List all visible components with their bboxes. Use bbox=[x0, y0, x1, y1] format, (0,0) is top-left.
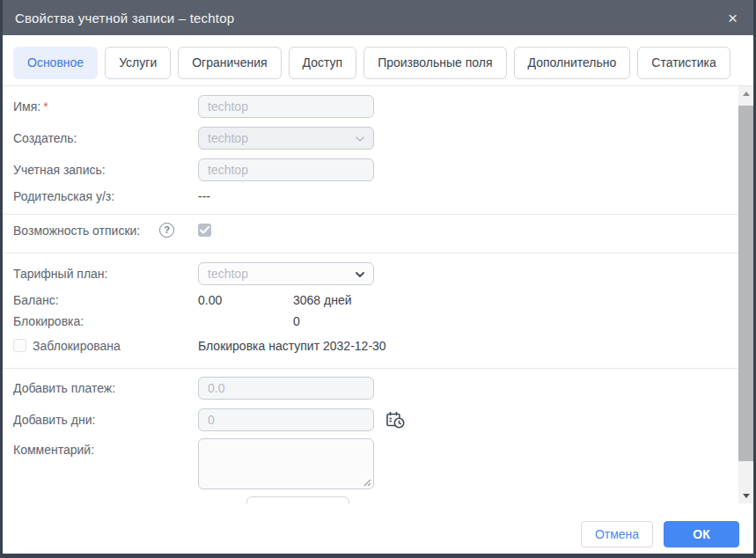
check-icon bbox=[200, 226, 209, 234]
vertical-scrollbar[interactable] bbox=[738, 86, 753, 503]
dialog-title: Свойства учетной записи – techtop bbox=[15, 11, 234, 26]
blocked-label: Заблокирована bbox=[33, 334, 121, 357]
account-input[interactable] bbox=[198, 158, 374, 181]
creator-select-value: techtop bbox=[208, 131, 248, 145]
close-icon[interactable]: × bbox=[724, 8, 741, 28]
tab-access[interactable]: Доступ bbox=[289, 47, 357, 79]
tab-custom-fields[interactable]: Произвольные поля bbox=[363, 47, 506, 79]
row-name: Имя:* bbox=[3, 95, 738, 118]
triangle-down-icon bbox=[743, 494, 750, 498]
calendar-clock-icon[interactable] bbox=[385, 410, 407, 431]
resize-handle-icon[interactable] bbox=[363, 478, 371, 487]
row-balance: Баланс: 0.00 3068 дней bbox=[3, 289, 738, 312]
ok-button[interactable]: ОК bbox=[664, 521, 739, 547]
row-account: Учетная запись: bbox=[3, 158, 738, 181]
tab-additional[interactable]: Дополнительно bbox=[514, 47, 631, 79]
parent-account-label: Родительская у/з: bbox=[13, 185, 114, 208]
tab-bar: Основное Услуги Ограничения Доступ Произ… bbox=[3, 35, 753, 86]
separator bbox=[3, 253, 738, 253]
dialog-footer: Отмена ОК bbox=[3, 503, 753, 554]
balance-amount: 0.00 bbox=[198, 289, 222, 312]
form-scroll-area: Имя:* Создатель: techtop Учетная запись:… bbox=[3, 86, 753, 503]
tab-restrictions[interactable]: Ограничения bbox=[178, 47, 281, 79]
clipped-input[interactable] bbox=[246, 496, 349, 503]
tab-services[interactable]: Услуги bbox=[105, 47, 171, 79]
parent-account-value: --- bbox=[198, 185, 210, 208]
add-days-input[interactable] bbox=[198, 408, 374, 431]
separator bbox=[3, 368, 738, 369]
balance-days: 3068 дней bbox=[293, 289, 352, 312]
row-creator: Создатель: techtop bbox=[3, 127, 738, 150]
add-days-label: Добавить дни: bbox=[13, 408, 95, 431]
account-properties-dialog: Свойства учетной записи – techtop × Осно… bbox=[3, 0, 753, 554]
row-add-days: Добавить дни: bbox=[3, 408, 738, 431]
tariff-label: Тарифный план: bbox=[13, 262, 108, 285]
comment-textarea[interactable] bbox=[198, 438, 374, 489]
tab-main[interactable]: Основное bbox=[13, 47, 98, 79]
name-input[interactable] bbox=[198, 95, 374, 118]
scroll-up-button[interactable] bbox=[738, 86, 753, 101]
separator bbox=[3, 214, 738, 215]
row-payment: Добавить платеж: bbox=[3, 377, 738, 400]
balance-label: Баланс: bbox=[13, 289, 59, 312]
row-blocked: Заблокирована Блокировка наступит 2032-1… bbox=[3, 334, 738, 357]
blocked-checkbox[interactable] bbox=[13, 339, 26, 352]
tab-statistics[interactable]: Статистика bbox=[637, 47, 730, 79]
dialog-titlebar: Свойства учетной записи – techtop × bbox=[3, 0, 753, 35]
cancel-button[interactable]: Отмена bbox=[581, 521, 653, 547]
help-icon[interactable]: ? bbox=[159, 223, 174, 238]
scroll-down-button[interactable] bbox=[738, 488, 753, 503]
name-label: Имя:* bbox=[13, 95, 48, 118]
tariff-select[interactable]: techtop bbox=[198, 262, 374, 285]
comment-label: Комментарий: bbox=[13, 438, 94, 461]
block-value: 0 bbox=[293, 310, 300, 333]
row-tariff: Тарифный план: techtop bbox=[3, 262, 738, 285]
account-label: Учетная запись: bbox=[13, 158, 106, 181]
row-parent-account: Родительская у/з: --- bbox=[3, 185, 738, 208]
blocked-note: Блокировка наступит 2032-12-30 bbox=[198, 334, 386, 357]
unsubscribe-label: Возможность отписки: bbox=[13, 219, 140, 242]
payment-label: Добавить платеж: bbox=[13, 377, 115, 400]
modal-frame: Свойства учетной записи – techtop × Осно… bbox=[0, 0, 756, 558]
creator-select[interactable]: techtop bbox=[198, 127, 374, 150]
triangle-up-icon bbox=[743, 92, 750, 96]
scrollbar-thumb[interactable] bbox=[738, 106, 753, 461]
tariff-select-value: techtop bbox=[208, 267, 248, 281]
creator-label: Создатель: bbox=[13, 127, 77, 150]
chevron-down-icon bbox=[355, 269, 365, 280]
block-label: Блокировка: bbox=[13, 310, 84, 333]
unsubscribe-checkbox[interactable] bbox=[198, 224, 211, 237]
required-asterisk: * bbox=[43, 99, 48, 114]
payment-input[interactable] bbox=[198, 377, 374, 400]
row-block: Блокировка: 0 bbox=[3, 310, 738, 333]
chevron-down-icon bbox=[355, 134, 365, 144]
row-unsubscribe: Возможность отписки: ? bbox=[3, 219, 738, 242]
row-comment: Комментарий: bbox=[3, 438, 738, 489]
